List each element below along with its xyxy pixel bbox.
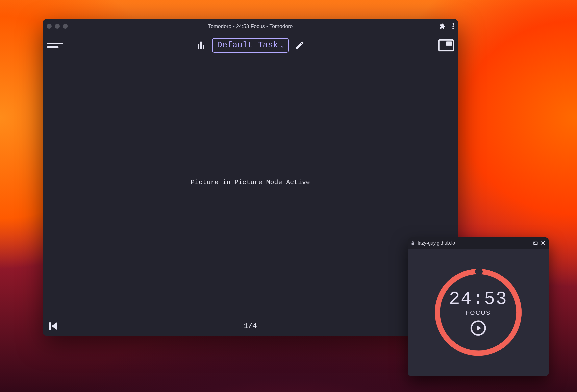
svg-rect-7 (446, 41, 452, 46)
traffic-light-zoom[interactable] (63, 24, 68, 29)
previous-button[interactable] (48, 321, 58, 331)
app-bottombar: 1/4 (43, 318, 458, 336)
pip-active-message: Picture in Picture Mode Active (43, 179, 458, 186)
menu-button[interactable] (47, 43, 63, 48)
window-traffic-lights[interactable] (47, 24, 68, 29)
app-content: Picture in Picture Mode Active (43, 57, 458, 318)
kebab-menu-icon[interactable] (452, 23, 454, 29)
picture-in-picture-icon[interactable] (438, 39, 454, 51)
window-titlebar: Tomodoro - 24:53 Focus - Tomodoro (43, 19, 458, 33)
timer-time: 24:53 (449, 289, 507, 309)
chevron-down-icon: ⌄ (281, 43, 284, 48)
svg-rect-8 (49, 322, 51, 330)
pip-window: lazy-guy.github.io 24:53 FOCUS (408, 237, 549, 376)
pip-body: 24:53 FOCUS (408, 249, 549, 376)
pager-text: 1/4 (43, 322, 458, 330)
window-title: Tomodoro - 24:53 Focus - Tomodoro (43, 23, 458, 30)
svg-point-0 (452, 23, 454, 25)
svg-point-1 (452, 25, 454, 27)
task-select-label: Default Task (217, 40, 278, 50)
svg-point-2 (452, 28, 454, 30)
timer-ring: 24:53 FOCUS (434, 268, 523, 357)
task-select[interactable]: Default Task ⌄ (212, 38, 289, 53)
pip-origin: lazy-guy.github.io (418, 240, 530, 246)
traffic-light-close[interactable] (47, 24, 52, 29)
return-to-tab-icon[interactable] (533, 241, 538, 245)
app-toolbar: Default Task ⌄ (43, 33, 458, 57)
extensions-icon[interactable] (439, 23, 446, 29)
lock-icon (411, 241, 415, 245)
app-window: Tomodoro - 24:53 Focus - Tomodoro (43, 19, 458, 336)
stats-icon[interactable] (196, 40, 206, 50)
play-button[interactable] (470, 320, 486, 336)
traffic-light-minimize[interactable] (55, 24, 60, 29)
timer-mode: FOCUS (466, 309, 491, 316)
close-icon[interactable] (541, 241, 545, 245)
pip-titlebar: lazy-guy.github.io (408, 237, 549, 249)
edit-icon[interactable] (295, 40, 305, 50)
